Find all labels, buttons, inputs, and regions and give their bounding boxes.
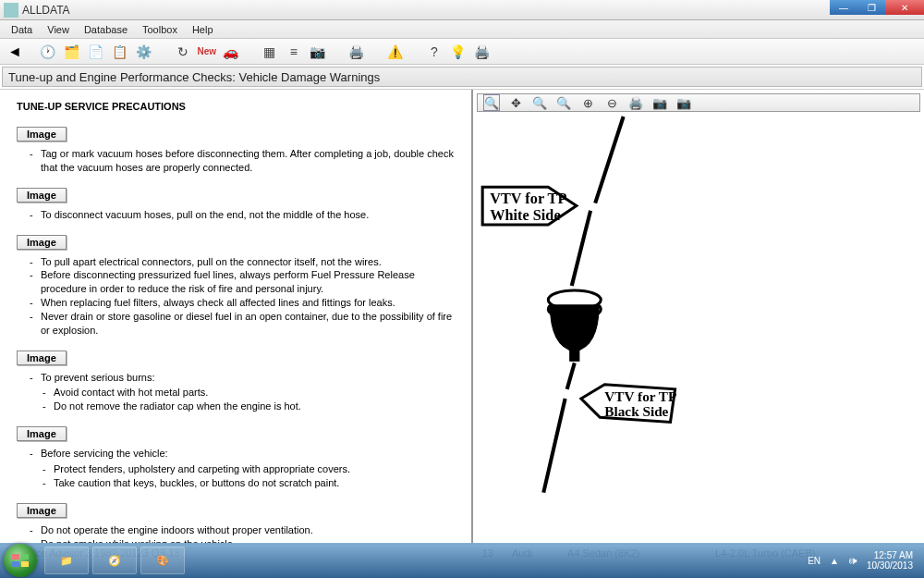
diagram-label-2b: Black Side: [604, 403, 668, 419]
back-button[interactable]: ◄: [7, 43, 22, 60]
image-pane: 🔍 ✥ 🔍 🔍 ⊕ ⊖ 🖨️ 📷 📷 VTV for TP White Side: [471, 90, 924, 544]
app-icon: [4, 3, 18, 18]
task-explorer[interactable]: 📁: [44, 547, 89, 574]
move-icon[interactable]: ✥: [507, 94, 524, 111]
car-icon[interactable]: 🚗: [222, 43, 240, 61]
article-heading: TUNE-UP SERVICE PRECAUTIONS: [17, 101, 458, 112]
window-title: ALLDATA: [22, 4, 70, 17]
image-button-3[interactable]: Image: [17, 235, 67, 250]
diagram-label-2a: VTV for TP: [604, 388, 676, 404]
minimize-button[interactable]: —: [830, 0, 857, 15]
precaution-text: Do not operate the engine indoors withou…: [30, 523, 458, 537]
print2-icon[interactable]: 🖨️: [473, 43, 492, 61]
zoom-region-icon[interactable]: 🔍: [531, 94, 548, 111]
bulb-icon[interactable]: 💡: [449, 43, 468, 61]
precaution-text: When replacing fuel filters, always chec…: [30, 296, 458, 310]
tray-time: 12:57 AM: [867, 550, 913, 561]
start-button[interactable]: [4, 544, 37, 577]
precaution-subtext: Protect fenders, upholstery and carpetin…: [43, 462, 458, 476]
precaution-text: To disconnect vacuum hoses, pull on the …: [30, 208, 458, 222]
precaution-text: To prevent serious burns:: [30, 371, 458, 385]
precaution-text: Before servicing the vehicle:: [30, 447, 458, 461]
precaution-text: Never drain or store gasoline or diesel …: [30, 310, 458, 338]
menu-bar: Data View Database Toolbox Help: [0, 20, 924, 39]
lines-icon[interactable]: ≡: [285, 43, 303, 61]
article-pane: TUNE-UP SERVICE PRECAUTIONS Image Tag or…: [0, 90, 471, 544]
gear-icon[interactable]: ⚙️: [135, 43, 153, 61]
folder-icon[interactable]: 🗂️: [63, 43, 81, 61]
diagram-label-1a: VTV for TP: [490, 191, 566, 207]
precaution-subtext: Avoid contact with hot metal parts.: [43, 386, 458, 400]
task-app1[interactable]: 🧭: [92, 547, 137, 574]
precaution-text: To pull apart electrical connectors, pul…: [30, 255, 458, 269]
image-button-1[interactable]: Image: [17, 127, 67, 141]
precaution-text: Tag or mark vacuum hoses before disconne…: [30, 147, 458, 175]
image-toolbar: 🔍 ✥ 🔍 🔍 ⊕ ⊖ 🖨️ 📷 📷: [477, 93, 920, 112]
menu-database[interactable]: Database: [77, 22, 135, 37]
menu-help[interactable]: Help: [185, 22, 221, 37]
menu-toolbox[interactable]: Toolbox: [135, 22, 185, 37]
newcar-icon[interactable]: New: [198, 43, 216, 61]
camera-icon[interactable]: 📷: [309, 43, 327, 61]
close-button[interactable]: ✕: [885, 0, 924, 15]
tray-clock[interactable]: 12:57 AM 10/30/2013: [867, 550, 913, 572]
zoom-minus-icon[interactable]: ⊖: [603, 94, 620, 111]
print-image-icon[interactable]: 🖨️: [627, 94, 644, 111]
tray-lang[interactable]: EN: [808, 556, 821, 566]
zoom-plus-icon[interactable]: ⊕: [579, 94, 596, 111]
clock-icon[interactable]: 🕐: [39, 43, 57, 61]
tray-network-icon[interactable]: 🕪: [848, 556, 857, 566]
system-tray: EN ▲ 🕪 12:57 AM 10/30/2013: [808, 550, 920, 572]
image-button-4[interactable]: Image: [17, 350, 67, 365]
menu-data[interactable]: Data: [4, 22, 40, 37]
list-icon[interactable]: 📋: [111, 43, 129, 61]
image-button-6[interactable]: Image: [17, 503, 67, 518]
precaution-text: Before disconnecting pressurized fuel li…: [30, 268, 458, 296]
diagram-label-1b: White Side: [490, 207, 560, 224]
workspace: TUNE-UP SERVICE PRECAUTIONS Image Tag or…: [0, 89, 924, 544]
menu-view[interactable]: View: [40, 22, 77, 37]
document-icon[interactable]: 📄: [87, 43, 105, 61]
svg-rect-2: [570, 350, 579, 361]
zoom-in-icon[interactable]: 🔍: [483, 94, 500, 111]
print-icon[interactable]: 🖨️: [347, 43, 366, 61]
window-titlebar: ALLDATA — ❐ ✕: [0, 0, 924, 20]
task-app2[interactable]: 🎨: [140, 547, 185, 574]
taskbar: 📁 🧭 🎨 EN ▲ 🕪 12:57 AM 10/30/2013: [0, 543, 924, 578]
help-icon[interactable]: ?: [425, 43, 444, 61]
zoom-fit-icon[interactable]: 🔍: [555, 94, 572, 111]
layout-icon[interactable]: ▦: [261, 43, 279, 61]
precaution-subtext: Take caution that keys, buckles, or butt…: [43, 476, 458, 490]
diagram-view[interactable]: VTV for TP White Side VTV for TP Black S…: [473, 116, 924, 550]
maximize-button[interactable]: ❐: [857, 0, 885, 15]
image-button-5[interactable]: Image: [17, 426, 67, 441]
tray-flag-icon[interactable]: ▲: [830, 556, 839, 566]
tray-date: 10/30/2013: [867, 560, 913, 572]
reload-icon[interactable]: ↻: [174, 43, 192, 61]
main-toolbar: ◄ 🕐 🗂️ 📄 📋 ⚙️ ↻ New 🚗 ▦ ≡ 📷 🖨️ ⚠️ ? 💡 🖨️: [0, 39, 924, 65]
camera1-icon[interactable]: 📷: [651, 94, 668, 111]
camera2-icon[interactable]: 📷: [675, 94, 692, 111]
image-button-2[interactable]: Image: [17, 188, 67, 203]
precaution-subtext: Do not remove the radiator cap when the …: [43, 400, 458, 413]
window-controls: — ❐ ✕: [830, 0, 924, 15]
breadcrumb: Tune-up and Engine Performance Checks: V…: [2, 67, 922, 87]
warning-icon[interactable]: ⚠️: [386, 43, 405, 61]
